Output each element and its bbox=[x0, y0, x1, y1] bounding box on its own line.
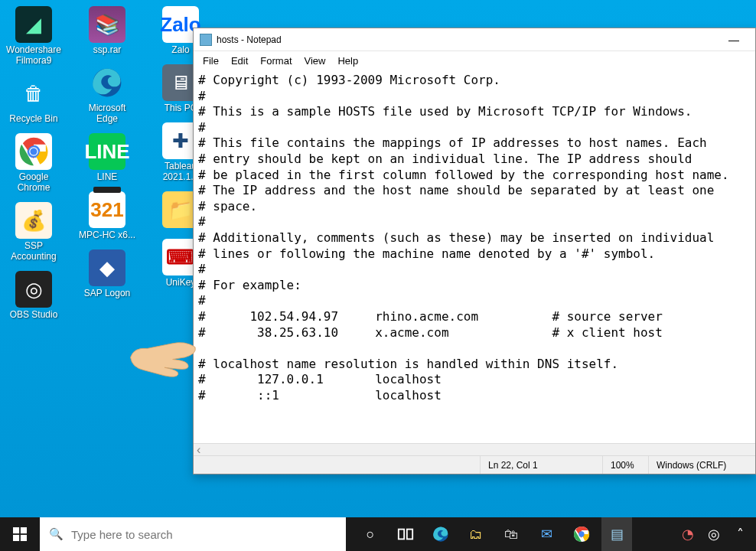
svg-rect-9 bbox=[21, 535, 27, 541]
svg-rect-8 bbox=[13, 535, 19, 541]
statusbar: Ln 22, Col 1 100% Windows (CRLF) bbox=[194, 455, 755, 474]
notepad-icon bbox=[200, 34, 212, 46]
tray-overflow-icon[interactable]: ˄ bbox=[728, 517, 751, 551]
cortana-icon[interactable]: ○ bbox=[355, 517, 386, 551]
svg-rect-6 bbox=[13, 527, 19, 533]
status-position: Ln 22, Col 1 bbox=[480, 456, 602, 474]
menu-format[interactable]: Format bbox=[254, 54, 298, 68]
taskbar-app-edge[interactable] bbox=[425, 517, 456, 551]
menu-edit[interactable]: Edit bbox=[225, 54, 254, 68]
desktop-icon-ssp-accounting[interactable]: 💰SSP Accounting bbox=[3, 202, 64, 262]
svg-rect-7 bbox=[21, 527, 27, 533]
window-title: hosts - Notepad bbox=[217, 34, 282, 45]
svg-rect-11 bbox=[407, 530, 412, 540]
desktop-icon-recycle-bin[interactable]: 🗑Recycle Bin bbox=[3, 75, 64, 124]
titlebar[interactable]: hosts - Notepad — bbox=[194, 28, 755, 51]
desktop-icon-chrome[interactable]: Google Chrome bbox=[3, 133, 64, 193]
taskbar-app-store[interactable]: 🛍 bbox=[496, 517, 526, 551]
desktop-icon-mpc[interactable]: 321MPC-HC x6... bbox=[77, 191, 138, 240]
horizontal-scrollbar[interactable]: ‹ bbox=[194, 443, 755, 455]
desktop-icon-obs[interactable]: ◎OBS Studio bbox=[3, 271, 64, 320]
tray-app-obs[interactable]: ◎ bbox=[702, 517, 725, 551]
editor-textarea[interactable]: # Copyright (c) 1993-2009 Microsoft Corp… bbox=[194, 70, 755, 443]
desktop-icon-edge[interactable]: Microsoft Edge bbox=[77, 64, 138, 124]
desktop: ◢Wondershare Filmora9 🗑Recycle Bin Googl… bbox=[0, 0, 199, 520]
svg-point-14 bbox=[578, 531, 584, 536]
taskbar-search[interactable]: 🔍 Type here to search bbox=[40, 517, 346, 551]
svg-rect-10 bbox=[399, 530, 404, 540]
task-view-icon[interactable] bbox=[390, 517, 421, 551]
menu-help[interactable]: Help bbox=[331, 54, 364, 68]
desktop-icon-line[interactable]: LINELINE bbox=[77, 133, 138, 182]
taskbar: 🔍 Type here to search ○ 🗂 🛍 ✉ ▤ ◔ ◎ ˄ bbox=[0, 517, 756, 551]
tray-app-1[interactable]: ◔ bbox=[676, 517, 699, 551]
start-button[interactable] bbox=[0, 517, 40, 551]
notepad-window: hosts - Notepad — File Edit Format View … bbox=[193, 28, 756, 474]
system-tray: ◔ ◎ ˄ bbox=[672, 517, 756, 551]
taskbar-app-notepad[interactable]: ▤ bbox=[601, 517, 632, 551]
taskbar-app-mail[interactable]: ✉ bbox=[531, 517, 562, 551]
status-eol: Windows (CRLF) bbox=[648, 456, 755, 474]
taskbar-app-explorer[interactable]: 🗂 bbox=[461, 517, 491, 551]
taskbar-app-chrome[interactable] bbox=[566, 517, 597, 551]
status-zoom: 100% bbox=[602, 456, 648, 474]
menubar: File Edit Format View Help bbox=[194, 51, 755, 70]
search-icon: 🔍 bbox=[49, 527, 64, 541]
desktop-icon-filmora[interactable]: ◢Wondershare Filmora9 bbox=[3, 6, 64, 66]
menu-view[interactable]: View bbox=[298, 54, 332, 68]
desktop-icon-sap[interactable]: ◆SAP Logon bbox=[77, 249, 138, 298]
svg-point-4 bbox=[30, 148, 37, 155]
menu-file[interactable]: File bbox=[197, 54, 225, 68]
desktop-icon-ssp-rar[interactable]: 📚ssp.rar bbox=[77, 6, 138, 55]
minimize-button[interactable]: — bbox=[719, 29, 749, 51]
search-placeholder: Type here to search bbox=[71, 528, 173, 541]
